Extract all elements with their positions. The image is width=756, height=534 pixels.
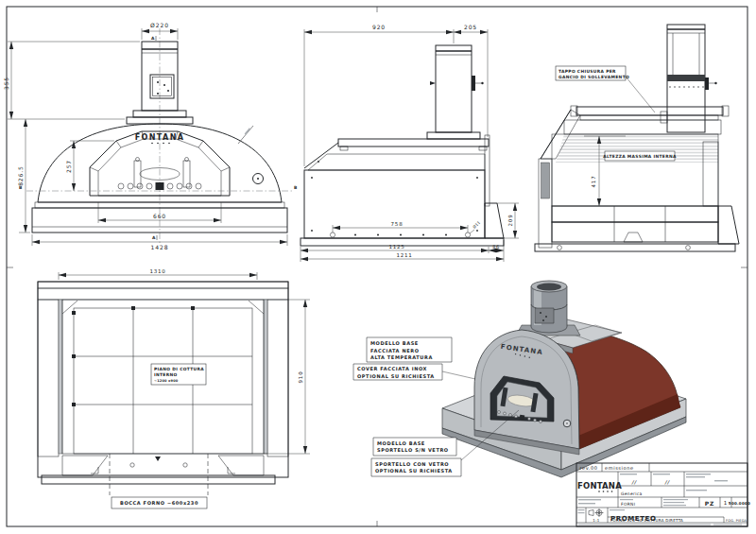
field-sheet: FOG. PIEGA bbox=[726, 519, 747, 523]
dim-flue-diameter: Ø220 bbox=[150, 22, 169, 28]
callout2-line2: OPTIONAL SU RICHIESTA bbox=[357, 373, 435, 379]
dim-door-height: 257 bbox=[65, 160, 72, 173]
callout3-line1: MODELLO BASE bbox=[377, 440, 425, 446]
front-view: FONTANA B B Ø220 A 355 826.5 257 660 A 1… bbox=[3, 22, 298, 250]
callout3-line2: SPORTELLO S/N VETRO bbox=[377, 447, 449, 453]
section-view: 417 TAPPO CHIUSURA PER GANCIO DI SOLLEVA… bbox=[535, 25, 739, 251]
field-qty: 1 bbox=[724, 500, 728, 506]
dim-hole-spacing: 758 bbox=[391, 221, 404, 227]
dim-front-ext: 86 bbox=[492, 244, 500, 250]
dim-body-height: 826.5 bbox=[17, 165, 24, 186]
dim-internal-height: 417 bbox=[591, 176, 596, 188]
dim-total-width: 1428 bbox=[151, 244, 169, 250]
title-logo: FONTANA bbox=[577, 481, 622, 491]
section-a-top: A bbox=[151, 36, 155, 41]
dim-chimney-height: 355 bbox=[3, 77, 9, 90]
dim-hole-diameter: Ø11 bbox=[472, 220, 481, 230]
note-piano-line1: PIANO DI COTTURA bbox=[154, 367, 204, 371]
dim-plan-depth: 910 bbox=[298, 371, 303, 384]
dim-flue-offset: 205 bbox=[464, 24, 477, 30]
callout1-line1: MODELLO BASE bbox=[370, 340, 419, 346]
iso-view: FONTANA MODELLO BASE FACCIATA NERO ALTA … bbox=[353, 281, 686, 477]
callout1-line2: FACCIATA NERO bbox=[370, 348, 420, 353]
note-max-internal-height: ALTEZZA MASSIMA INTERNA bbox=[603, 154, 677, 159]
note-cap-line1: TAPPO CHIUSURA PER bbox=[558, 69, 616, 74]
rev-note: emissione bbox=[605, 465, 634, 471]
note-bocca-forno: BOCCA FORNO ~600x230 bbox=[120, 500, 198, 506]
callout4-line2: OPTIONAL SU RICHIESTA bbox=[375, 468, 453, 474]
dim-total-depth: 1211 bbox=[396, 252, 412, 258]
field-na1: // bbox=[631, 479, 637, 485]
rev-label: rev.00 bbox=[579, 465, 597, 471]
callout1-line3: ALTA TEMPERATURA bbox=[370, 354, 433, 360]
section-b-right: B bbox=[294, 185, 298, 190]
rivets bbox=[669, 86, 703, 87]
field-code: 500.0000 bbox=[729, 501, 750, 506]
field-family: FORNI bbox=[621, 502, 635, 507]
dim-base-depth: 1125 bbox=[388, 244, 404, 250]
side-view: 920 205 758 Ø11 209 1125 86 1211 bbox=[301, 24, 519, 262]
vent-holes bbox=[118, 182, 201, 190]
callout2-line1: COVER FACCIATA INOX bbox=[357, 366, 427, 371]
field-unit: PZ bbox=[705, 500, 715, 507]
drawing-sheet: FONTANA B B Ø220 A 355 826.5 257 660 A 1… bbox=[0, 0, 756, 534]
note-cap-line2: GANCIO DI SOLLEVAMENTO bbox=[558, 75, 629, 79]
section-a-bottom: A bbox=[152, 235, 156, 240]
dim-door-width: 660 bbox=[153, 213, 166, 219]
title-block: rev.00 emissione FONTANA // // Generica … bbox=[576, 463, 750, 526]
field-na2: // bbox=[664, 479, 670, 485]
drawing-description: FORNO 120*90 COTTURA DIRETTA bbox=[610, 518, 683, 523]
dim-depth-top: 920 bbox=[372, 24, 386, 30]
plan-view: 1310 BOCCA FORNO ~600x230 PIANO DI COTTU… bbox=[38, 268, 310, 509]
dim-plan-width: 1310 bbox=[149, 268, 165, 274]
field-scale: 1:1 bbox=[593, 518, 599, 523]
dim-front-height: 209 bbox=[507, 215, 513, 227]
projection-symbol bbox=[589, 508, 604, 517]
field-type: Generica bbox=[621, 491, 643, 496]
note-piano-line3: ~1200 x900 bbox=[154, 379, 179, 383]
technical-drawing: FONTANA B B Ø220 A 355 826.5 257 660 A 1… bbox=[0, 0, 756, 534]
callout4-line1: SPORTELLO CON VETRO bbox=[375, 461, 449, 467]
note-piano-line2: INTERNO bbox=[154, 372, 178, 377]
